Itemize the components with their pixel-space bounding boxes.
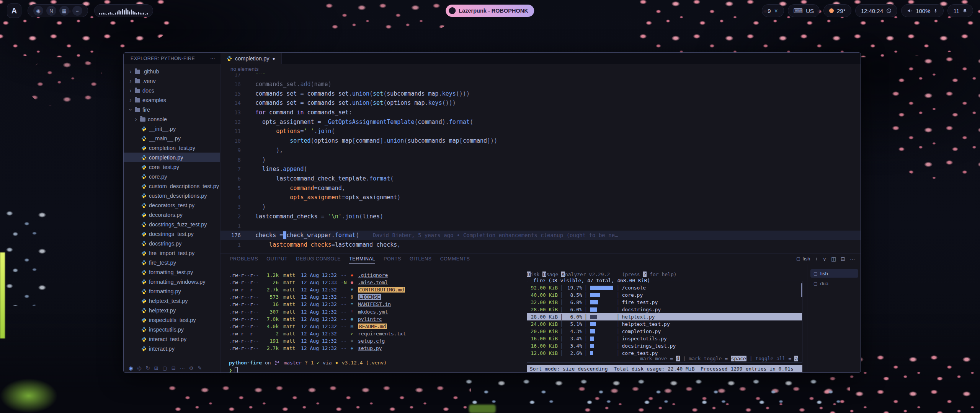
code-line[interactable]: 13for command in commands_set: <box>220 108 861 117</box>
sync-icon[interactable]: ↻ <box>146 365 150 371</box>
tree-item-custom-descriptions-py[interactable]: custom_descriptions.py <box>124 191 220 200</box>
system-monitor-widget[interactable] <box>94 4 153 17</box>
dua-row[interactable]: 32.00 KiB│6.8%││fire_test.py <box>527 299 802 306</box>
tree-item-decorators-test-py[interactable]: decorators_test.py <box>124 200 220 210</box>
dua-row[interactable]: 92.00 KiB│19.7%││/console <box>527 284 802 291</box>
panel-tab-debug-console[interactable]: DEBUG CONSOLE <box>296 254 341 264</box>
code-line[interactable]: 2lastcommand_checks = '\n'.join(lines) <box>220 211 861 221</box>
tree-item-helptext-py[interactable]: helptext.py <box>124 306 220 315</box>
code-line[interactable]: 7 lines.append( <box>220 164 861 174</box>
tree-item-formatting-windows-py[interactable]: formatting_windows.py <box>124 277 220 286</box>
tree-item-examples[interactable]: ›examples <box>124 95 220 105</box>
remote-icon[interactable]: ◉ <box>129 365 133 371</box>
tree-item-docstrings-fuzz-test-py[interactable]: docstrings_fuzz_test.py <box>124 220 220 229</box>
code-line[interactable]: 17""" <box>220 73 861 80</box>
terminal-session-fish[interactable]: ▢fish <box>810 269 858 278</box>
code-line[interactable]: 11 options=' '.join( <box>220 127 861 136</box>
tree-item-docs[interactable]: ›docs <box>124 86 220 95</box>
code-line[interactable]: 14commands_set = commands_set.union(set(… <box>220 98 861 108</box>
files-workspace-icon[interactable]: ≡ <box>72 6 82 16</box>
new-terminal-icon[interactable]: + <box>815 256 818 262</box>
tree-item-console[interactable]: ›console <box>124 114 220 124</box>
tree-item-formatting-py[interactable]: formatting.py <box>124 286 220 296</box>
apps-workspace-icon[interactable]: ▦ <box>59 6 69 16</box>
dua-row[interactable]: 16.00 KiB│3.4%││inspectutils.py <box>527 335 802 342</box>
tree-item--init-py[interactable]: __init__.py <box>124 124 220 133</box>
tree-item-fire[interactable]: ›fire <box>124 105 220 114</box>
terminal-dua[interactable]: Disk Usage Analyzer v2.29.2 (press ? for… <box>527 264 807 373</box>
code-line[interactable]: 10 sorted(options_map[command].union(sub… <box>220 136 861 146</box>
explorer-icon[interactable]: ⊞ <box>154 365 158 371</box>
panel-tab-ports[interactable]: PORTS <box>384 254 401 264</box>
tree-item-formatting-test-py[interactable]: formatting_test.py <box>124 267 220 277</box>
code-line[interactable]: 5 command=command, <box>220 183 861 193</box>
kill-terminal-icon[interactable]: ⊟ <box>841 256 845 262</box>
explorer-more-icon[interactable]: ⋯ <box>210 55 215 61</box>
tree-item-custom-descriptions-test-py[interactable]: custom_descriptions_test.py <box>124 181 220 191</box>
code-line[interactable]: 12 opts_assignment = _GetOptsAssignmentT… <box>220 117 861 127</box>
tree-item-inspectutils-test-py[interactable]: inspectutils_test.py <box>124 315 220 325</box>
panel-tab-gitlens[interactable]: GITLENS <box>410 254 432 264</box>
dua-scrollbar[interactable] <box>801 283 802 297</box>
terminal-fish[interactable]: .rw-r--r--1.2kmatt12 Aug 12:32--◆.gitign… <box>220 264 527 373</box>
code-line[interactable]: 6 lastcommand_check_template.format( <box>220 174 861 184</box>
media-player-widget[interactable]: Lazerpunk - ROBOPHONK <box>446 5 534 17</box>
workspace-indicator-pill[interactable]: 9 ✳ <box>762 4 784 17</box>
code-line[interactable]: 8 ) <box>220 155 861 164</box>
more-actions-icon[interactable]: ⋯ <box>850 256 855 262</box>
tree-item-core-test-py[interactable]: core_test.py <box>124 162 220 172</box>
edit-icon[interactable]: ✎ <box>198 365 202 371</box>
tree-item-inspectutils-py[interactable]: inspectutils.py <box>124 325 220 334</box>
code-line[interactable]: 3 ) <box>220 202 861 212</box>
breadcrumb[interactable]: no elements <box>220 64 861 73</box>
panel-tab-terminal[interactable]: TERMINAL <box>349 254 375 264</box>
launcher-button[interactable]: A <box>7 3 21 18</box>
window-icon[interactable]: ▢ <box>163 365 167 371</box>
code-line[interactable]: 4 opts_assignment=opts_assignment) <box>220 193 861 202</box>
dua-row[interactable]: 28.00 KiB│6.0%││helptext.py <box>527 313 802 320</box>
dua-row[interactable]: 16.00 KiB│3.4%││docstrings_test.py <box>527 342 802 350</box>
code-line[interactable]: 1 lastcommand_checks=lastcommand_checks, <box>220 240 861 249</box>
settings-icon[interactable]: ⚙ <box>189 365 194 371</box>
weather-pill[interactable]: 29° <box>823 4 851 17</box>
tree-item--venv[interactable]: ›.venv <box>124 76 220 86</box>
tree-item-interact-test-py[interactable]: interact_test.py <box>124 334 220 344</box>
dua-row[interactable]: 40.00 KiB│8.5%││core.py <box>527 291 802 299</box>
panel-tab-comments[interactable]: COMMENTS <box>440 254 470 264</box>
tree-item-fire-test-py[interactable]: fire_test.py <box>124 258 220 267</box>
notes-workspace-icon[interactable]: N <box>46 6 56 16</box>
tab-completion-py[interactable]: completion.py ● <box>220 53 282 64</box>
code-line[interactable]: 9 ), <box>220 146 861 155</box>
volume-pill[interactable]: 100% <box>901 4 944 17</box>
code-line[interactable]: 176checks = check_wrapper.format(David B… <box>220 231 861 240</box>
code-line[interactable]: 15commands_set = commands_set.union(set(… <box>220 89 861 98</box>
tree-item-completion-py[interactable]: completion.py <box>124 153 220 162</box>
trash-icon[interactable]: ⊟ <box>172 365 176 371</box>
dua-row[interactable]: 24.00 KiB│5.1%││helptext_test.py <box>527 320 802 328</box>
code-line[interactable]: 1 <box>220 221 861 231</box>
tree-item--github[interactable]: ›.github <box>124 67 220 76</box>
panel-tab-problems[interactable]: PROBLEMS <box>230 254 258 264</box>
tree-item-helptext-test-py[interactable]: helptext_test.py <box>124 296 220 306</box>
keyboard-layout-pill[interactable]: ⌨ US <box>788 4 820 17</box>
dua-row[interactable]: 20.00 KiB│4.3%││completion.py <box>527 328 802 335</box>
clock-pill[interactable]: 12:40:24 <box>855 4 897 17</box>
tree-item-docstrings-test-py[interactable]: docstrings_test.py <box>124 229 220 239</box>
code-line[interactable]: 16commands_set.add(name) <box>220 80 861 89</box>
browser-workspace-icon[interactable]: ◉ <box>33 6 43 16</box>
tree-item-docstrings-py[interactable]: docstrings.py <box>124 239 220 248</box>
tree-item-core-py[interactable]: core.py <box>124 172 220 181</box>
tree-item-interact-py[interactable]: interact.py <box>124 344 220 353</box>
split-terminal-icon[interactable]: ◫ <box>831 256 836 262</box>
terminal-session-dua[interactable]: ▢dua <box>810 279 858 288</box>
more-icon[interactable]: ⋯ <box>180 365 185 371</box>
tree-item-decorators-py[interactable]: decorators.py <box>124 210 220 220</box>
tree-item--main-py[interactable]: __main__.py <box>124 133 220 143</box>
tree-item-completion-test-py[interactable]: completion_test.py <box>124 143 220 153</box>
dua-row[interactable]: 28.00 KiB│6.0%││docstrings.py <box>527 306 802 313</box>
search-icon[interactable]: ◎ <box>137 365 141 371</box>
panel-tab-output[interactable]: OUTPUT <box>266 254 287 264</box>
tree-item-fire-import-test-py[interactable]: fire_import_test.py <box>124 248 220 258</box>
profile-dropdown-icon[interactable]: ∨ <box>823 256 826 262</box>
modified-indicator-icon[interactable]: ● <box>272 56 275 61</box>
